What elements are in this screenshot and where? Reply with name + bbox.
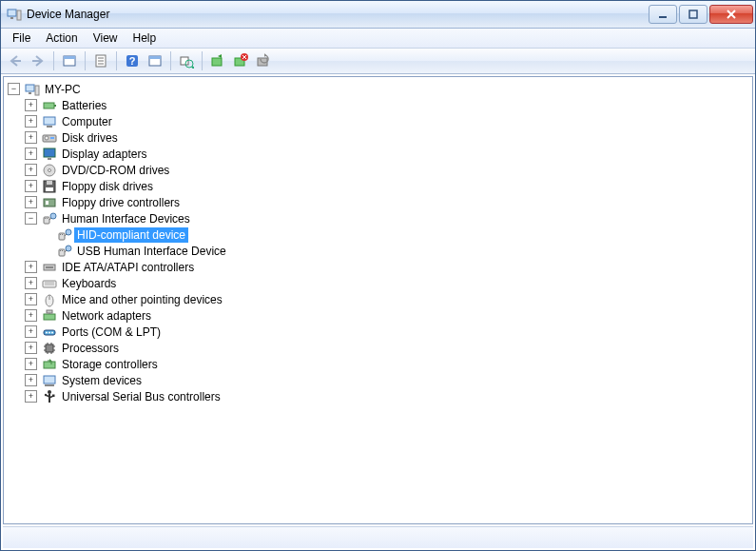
maximize-button[interactable] — [679, 5, 708, 24]
help-button[interactable] — [122, 50, 143, 71]
tree-expander[interactable]: + — [25, 196, 37, 208]
tree-expander[interactable]: + — [25, 180, 37, 192]
app-icon — [7, 7, 22, 22]
show-hide-console-button[interactable] — [59, 50, 80, 71]
toolbar — [1, 49, 755, 74]
tree-expander[interactable]: + — [25, 309, 37, 322]
toolbar-separator — [202, 51, 203, 70]
tree-category-label[interactable]: Disk drives — [59, 130, 121, 146]
back-button[interactable] — [5, 50, 26, 71]
battery-icon — [42, 98, 57, 113]
tree-category-label[interactable]: Mice and other pointing devices — [59, 292, 225, 307]
tree-expander[interactable]: + — [25, 261, 37, 273]
tree-category-label[interactable]: Universal Serial Bus controllers — [59, 389, 223, 404]
display-icon — [42, 147, 57, 162]
menu-file[interactable]: File — [5, 30, 38, 47]
close-button[interactable] — [709, 5, 753, 24]
floppyctl-icon — [42, 195, 57, 210]
tree-category-label[interactable]: System devices — [59, 373, 145, 388]
menubar: File Action View Help — [1, 29, 755, 49]
statusbar — [3, 526, 753, 548]
tree-device-label[interactable]: HID-compliant device — [74, 227, 188, 243]
tree-category-label[interactable]: Keyboards — [59, 276, 119, 291]
properties-button[interactable] — [90, 50, 111, 71]
forward-button[interactable] — [28, 50, 48, 71]
titlebar: Device Manager — [1, 1, 755, 29]
menu-action[interactable]: Action — [38, 30, 85, 47]
tree-expander[interactable]: − — [8, 83, 20, 95]
tree-category-label[interactable]: Human Interface Devices — [59, 211, 193, 226]
window-title: Device Manager — [27, 8, 649, 21]
tree-expander[interactable]: + — [25, 115, 37, 128]
tree-category-label[interactable]: DVD/CD-ROM drives — [59, 163, 172, 178]
tree-category-label[interactable]: Computer — [59, 114, 115, 129]
hid-icon — [57, 244, 72, 259]
hid-icon — [42, 211, 57, 226]
cpu-icon — [42, 341, 57, 356]
update-driver-button[interactable] — [253, 50, 274, 71]
tree-expander[interactable]: + — [25, 374, 37, 386]
uninstall-device-button[interactable] — [230, 50, 251, 71]
tree-expander[interactable]: + — [25, 342, 37, 354]
action-pane-button[interactable] — [145, 50, 165, 71]
tree-category-label[interactable]: Ports (COM & LPT) — [59, 325, 164, 340]
computer-icon — [42, 114, 57, 129]
tree-category-label[interactable]: Display adapters — [59, 147, 149, 162]
tree-expander[interactable]: + — [25, 148, 37, 160]
tree-expander[interactable]: + — [25, 164, 37, 176]
tree-root-label[interactable]: MY-PC — [42, 82, 84, 97]
system-icon — [42, 373, 57, 388]
storage-icon — [42, 357, 57, 372]
tree-category-label[interactable]: Batteries — [59, 98, 109, 113]
tree-expander[interactable]: + — [25, 99, 37, 111]
tree-expander[interactable]: + — [25, 277, 37, 289]
tree-expander[interactable]: + — [25, 131, 37, 144]
tree-spacer — [42, 246, 52, 256]
port-icon — [42, 325, 57, 340]
tree-expander[interactable]: + — [25, 293, 37, 305]
minimize-button[interactable] — [649, 5, 677, 24]
disk-icon — [42, 130, 57, 146]
floppy-icon — [42, 179, 57, 194]
tree-expander[interactable]: + — [25, 390, 37, 403]
hid-icon — [57, 227, 72, 243]
tree-category-label[interactable]: Processors — [59, 341, 122, 356]
tree-category-label[interactable]: Storage controllers — [59, 357, 161, 372]
tree-device-label[interactable]: USB Human Interface Device — [74, 244, 229, 259]
menu-view[interactable]: View — [86, 30, 126, 47]
tree-spacer — [42, 229, 52, 240]
tree-category-label[interactable]: Floppy drive controllers — [59, 195, 183, 210]
device-manager-window: Device Manager File Action View Help −MY… — [0, 0, 756, 551]
scan-hardware-button[interactable] — [176, 50, 197, 71]
mouse-icon — [42, 292, 57, 307]
enable-device-button[interactable] — [207, 50, 228, 71]
toolbar-separator — [116, 51, 117, 70]
toolbar-separator — [170, 51, 171, 70]
svg-rect-74 — [689, 10, 697, 18]
tree-category-label[interactable]: Network adapters — [59, 308, 154, 324]
tree-category-label[interactable]: Floppy disk drives — [59, 179, 156, 194]
toolbar-separator — [53, 51, 54, 70]
tree-category-label[interactable]: IDE ATA/ATAPI controllers — [59, 260, 197, 275]
dvd-icon — [42, 163, 57, 178]
tree-expander[interactable]: − — [25, 212, 37, 225]
usb-icon — [42, 389, 57, 404]
network-icon — [42, 308, 57, 324]
pc-icon — [25, 82, 40, 97]
tree-expander[interactable]: + — [25, 325, 37, 338]
ide-icon — [42, 260, 57, 275]
toolbar-separator — [85, 51, 86, 70]
menu-help[interactable]: Help — [126, 30, 165, 47]
device-tree-pane[interactable]: −MY-PC+Batteries+Computer+Disk drives+Di… — [3, 76, 753, 524]
keyboard-icon — [42, 276, 57, 291]
tree-expander[interactable]: + — [25, 358, 37, 370]
